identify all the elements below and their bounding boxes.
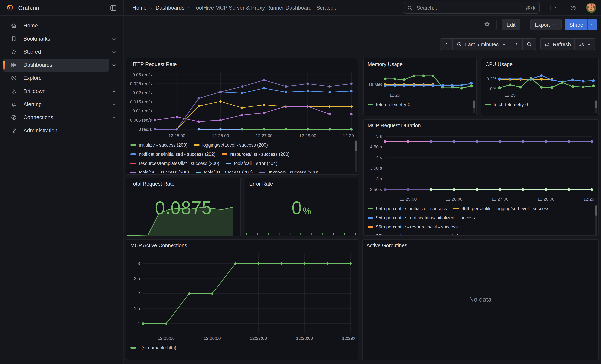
legend-item[interactable]: initialize - success (200) [130, 142, 187, 147]
search-icon [407, 5, 413, 10]
brand-name: Grafana [18, 5, 108, 11]
breadcrumb: Home › Dashboards › ToolHive MCP Server … [124, 5, 403, 11]
breadcrumb-dashboards: Dashboards › [156, 5, 193, 11]
chevron-down-icon[interactable] [111, 36, 117, 41]
chevron-down-icon[interactable] [111, 49, 117, 55]
legend-item[interactable]: resources/templates/list - success (200) [130, 161, 219, 166]
sidebar-item-label: Explore [23, 75, 42, 81]
nav-icon [10, 35, 17, 42]
panel-title[interactable]: MCP Request Duration [364, 120, 598, 130]
breadcrumb-link[interactable]: Dashboards [156, 5, 185, 11]
breadcrumb-link[interactable]: Home [132, 5, 147, 11]
legend-item[interactable]: 95th percentile - initialize - success [368, 206, 447, 211]
add-new-button[interactable] [545, 3, 560, 12]
sidebar-item-connections[interactable]: Connections [3, 111, 109, 124]
svg-text:12:25: 12:25 [505, 93, 516, 98]
legend-item[interactable]: 95th percentile - logging/setLevel - suc… [453, 206, 549, 211]
nav-icon [10, 88, 17, 95]
mcp-request-duration-chart[interactable]: 5 s4.50 s4 s3.50 s3 s2.50 s12:25:0012:26… [367, 130, 596, 203]
legend-label: fetch-telemetry-0 [494, 102, 528, 107]
grafana-app: Grafana Home › Dashboards › ToolHive MCP… [0, 0, 601, 364]
legend-item[interactable]: tools/list - success (200) [195, 170, 253, 173]
sidebar-item-home[interactable]: Home [3, 19, 109, 32]
cpu-usage-chart[interactable]: 0.2%0%12:25 [485, 69, 596, 99]
legend-scrollbar[interactable] [595, 205, 597, 235]
sidebar-item-drilldown[interactable]: Drilldown [3, 85, 109, 98]
sidebar-item-bookmarks[interactable]: Bookmarks [3, 32, 109, 45]
user-avatar[interactable] [586, 3, 596, 13]
http-request-rate-chart[interactable]: 0 req/s0.005 req/s0.01 req/s0.015 req/s0… [130, 69, 355, 139]
sidebar-item-alerting[interactable]: Alerting [3, 98, 109, 111]
legend-item[interactable]: resources/list - success (200) [222, 152, 290, 156]
legend-scrollbar[interactable] [473, 100, 475, 113]
svg-text:16 MiB: 16 MiB [369, 82, 382, 87]
breadcrumb-home: Home › [132, 5, 156, 11]
svg-text:12:27:00: 12:27:00 [250, 336, 267, 341]
legend-label: resources/templates/list - success (200) [139, 161, 219, 166]
memory-usage-chart[interactable]: 16 MiB12:25 [367, 69, 474, 99]
panel-title[interactable]: Error Rate [245, 178, 358, 188]
search-box[interactable]: ⌘+k [403, 2, 540, 13]
sidebar-item-administration[interactable]: Administration [3, 124, 109, 137]
no-data-message: No data [362, 240, 598, 360]
nav-icon [10, 127, 17, 134]
legend-swatch [453, 208, 459, 209]
legend-label: initialize - success (200) [139, 142, 187, 147]
legend-item[interactable]: tools/call - success (200) [130, 170, 189, 173]
help-button[interactable] [568, 3, 578, 12]
sidebar-toggle-button[interactable] [108, 3, 119, 13]
legend-item[interactable]: logging/setLevel - success (200) [194, 142, 268, 147]
legend-scrollbar[interactable] [595, 100, 597, 113]
chevron-down-icon[interactable] [111, 89, 117, 94]
panel-title[interactable]: MCP Active Connections [126, 240, 358, 250]
chevron-down-icon[interactable] [111, 115, 117, 120]
dashboard-canvas: Edit Export Share Last 5 minutes [124, 16, 601, 364]
legend-swatch [222, 153, 227, 155]
stat-value: 0% [245, 197, 358, 218]
nav-icon [10, 114, 17, 121]
svg-text:12:29:00: 12:29:00 [343, 133, 355, 138]
panel-title[interactable]: CPU Usage [481, 59, 598, 69]
sidebar-item-dashboards[interactable]: Dashboards [3, 59, 109, 71]
svg-text:12:27:00: 12:27:00 [491, 197, 509, 202]
legend-swatch [130, 171, 136, 173]
panel-error-rate: Error Rate 0% [245, 178, 358, 236]
legend-label: tools/call - error (404) [234, 161, 277, 166]
mcp-active-connections-chart[interactable]: 32.521.5112:25:0012:26:0012:27:0012:28:0… [130, 250, 355, 342]
nav-icon [10, 49, 17, 55]
legend-item[interactable]: 95th percentile - resources/list - succe… [368, 224, 458, 229]
legend-item[interactable]: 95th percentile - notifications/initiali… [368, 215, 475, 220]
sidebar-item-explore[interactable]: Explore [3, 72, 109, 84]
svg-text:2.5: 2.5 [134, 276, 140, 281]
legend-item[interactable]: fetch-telemetry-0 [485, 102, 528, 107]
sidebar-item-label: Dashboards [23, 62, 52, 68]
legend-label: tools/call - success (200) [139, 170, 189, 173]
chevron-down-icon[interactable] [111, 128, 117, 133]
search-input[interactable] [416, 4, 525, 11]
svg-text:12:25:00: 12:25:00 [158, 336, 175, 341]
legend-item[interactable]: fetch-telemetry-0 [368, 102, 411, 107]
legend-swatch [485, 104, 491, 105]
panel-title[interactable]: Total Request Rate [126, 178, 240, 188]
panel-cpu-usage: CPU Usage 0.2%0%12:25 fetch-telemetry-0 [481, 58, 599, 116]
svg-text:0.02 req/s: 0.02 req/s [132, 90, 152, 95]
http-legend: initialize - success (200)logging/setLev… [126, 139, 358, 173]
chevron-down-icon[interactable] [111, 101, 117, 107]
panel-title[interactable]: HTTP Request Rate [126, 59, 358, 69]
legend-item[interactable]: tools/call - error (404) [226, 161, 277, 166]
panel-title[interactable]: Memory Usage [364, 59, 476, 69]
sidebar-item-starred[interactable]: Starred [3, 46, 109, 58]
legend-item[interactable]: - (streamable-http) [130, 345, 176, 350]
chevron-down-icon [554, 6, 559, 10]
legend-scrollbar[interactable] [355, 140, 357, 172]
sidebar: Home Bookmarks Starred [0, 16, 124, 364]
stat-unit: % [303, 206, 311, 216]
legend-item[interactable]: unknown - success (200) [259, 170, 318, 173]
legend-item[interactable]: 95th percentile - resources/templates/li… [368, 234, 479, 235]
svg-text:0.2%: 0.2% [487, 77, 496, 81]
breadcrumb-link[interactable]: ToolHive MCP Server & Proxy Runner Dashb… [193, 5, 338, 11]
nav-icon [10, 101, 17, 108]
legend-item[interactable]: notifications/initialized - success (202… [130, 152, 215, 156]
chevron-down-icon[interactable] [111, 62, 117, 68]
grafana-logo-icon[interactable] [6, 3, 14, 12]
